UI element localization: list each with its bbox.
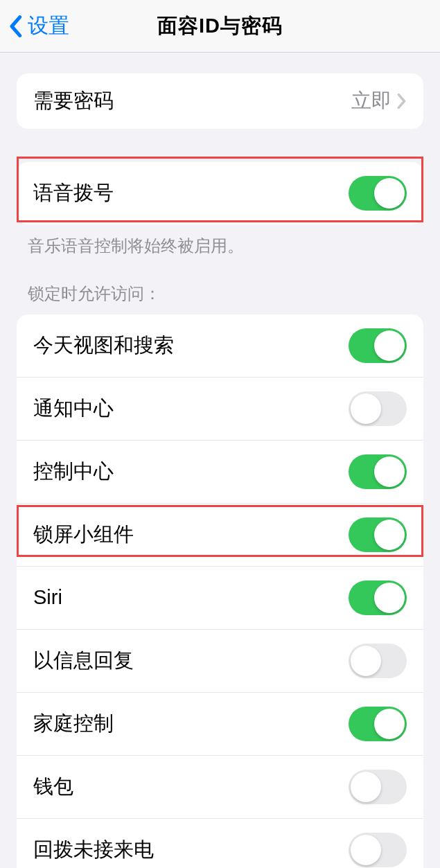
toggle-knob bbox=[374, 457, 405, 487]
toggle-knob bbox=[351, 646, 381, 676]
lock-access-header: 锁定时允许访问： bbox=[0, 283, 440, 315]
require-passcode-row[interactable]: 需要密码 立即 bbox=[17, 73, 423, 129]
row-right: 立即 bbox=[351, 87, 407, 115]
chevron-left-icon bbox=[8, 15, 22, 38]
lock-access-toggle[interactable] bbox=[349, 707, 407, 741]
toggle-knob bbox=[351, 393, 381, 424]
back-button[interactable]: 设置 bbox=[0, 12, 69, 40]
passcode-section: 需要密码 立即 bbox=[0, 73, 440, 129]
lock-access-row: 钱包 bbox=[17, 756, 423, 819]
lock-access-item-label: Siri bbox=[33, 586, 62, 609]
lock-access-group: 今天视图和搜索通知中心控制中心锁屏小组件Siri以信息回复家庭控制钱包回拨未接来… bbox=[17, 315, 423, 868]
toggle-knob bbox=[374, 583, 405, 613]
voice-dial-footer: 音乐语音控制将始终被启用。 bbox=[0, 224, 440, 258]
require-passcode-value: 立即 bbox=[351, 87, 391, 115]
voice-dial-group: 语音拨号 bbox=[17, 162, 423, 224]
lock-access-toggle[interactable] bbox=[349, 454, 407, 489]
lock-access-row: 通知中心 bbox=[17, 378, 423, 441]
lock-access-toggle[interactable] bbox=[349, 770, 407, 804]
back-label: 设置 bbox=[28, 12, 69, 40]
toggle-knob bbox=[374, 178, 405, 209]
lock-access-toggle[interactable] bbox=[349, 517, 407, 552]
lock-access-row: Siri bbox=[17, 567, 423, 630]
lock-access-section: 锁定时允许访问： 今天视图和搜索通知中心控制中心锁屏小组件Siri以信息回复家庭… bbox=[0, 283, 440, 868]
chevron-right-icon bbox=[397, 93, 407, 109]
lock-access-toggle[interactable] bbox=[349, 833, 407, 867]
lock-access-item-label: 家庭控制 bbox=[33, 710, 114, 738]
nav-bar: 设置 面容ID与密码 bbox=[0, 0, 440, 53]
page-title: 面容ID与密码 bbox=[157, 12, 283, 40]
voice-dial-toggle[interactable] bbox=[349, 176, 407, 211]
lock-access-item-label: 锁屏小组件 bbox=[33, 521, 134, 549]
toggle-knob bbox=[374, 330, 405, 361]
lock-access-toggle[interactable] bbox=[349, 581, 407, 615]
toggle-knob bbox=[351, 772, 381, 802]
lock-access-row: 回拨未接来电 bbox=[17, 819, 423, 868]
lock-access-item-label: 今天视图和搜索 bbox=[33, 332, 174, 360]
lock-access-row: 今天视图和搜索 bbox=[17, 315, 423, 378]
lock-access-item-label: 控制中心 bbox=[33, 458, 114, 486]
voice-dial-label: 语音拨号 bbox=[33, 179, 114, 207]
toggle-knob bbox=[374, 520, 405, 550]
lock-access-toggle[interactable] bbox=[349, 328, 407, 363]
lock-access-row: 以信息回复 bbox=[17, 630, 423, 693]
lock-access-item-label: 钱包 bbox=[33, 773, 73, 801]
voice-dial-row: 语音拨号 bbox=[17, 162, 423, 224]
lock-access-item-label: 回拨未接来电 bbox=[33, 836, 154, 864]
toggle-knob bbox=[374, 709, 405, 739]
lock-access-item-label: 以信息回复 bbox=[33, 647, 134, 675]
lock-access-row: 控制中心 bbox=[17, 441, 423, 504]
toggle-knob bbox=[351, 835, 381, 865]
voice-dial-section: 语音拨号 音乐语音控制将始终被启用。 bbox=[0, 162, 440, 258]
content: 需要密码 立即 语音拨号 音乐语音控制将始终被启用。 锁定时允许访问： 今天 bbox=[0, 73, 440, 868]
require-passcode-label: 需要密码 bbox=[33, 87, 114, 115]
lock-access-row: 家庭控制 bbox=[17, 693, 423, 756]
lock-access-toggle[interactable] bbox=[349, 391, 407, 426]
lock-access-row: 锁屏小组件 bbox=[17, 504, 423, 567]
lock-access-item-label: 通知中心 bbox=[33, 395, 114, 423]
passcode-group: 需要密码 立即 bbox=[17, 73, 423, 129]
lock-access-toggle[interactable] bbox=[349, 644, 407, 678]
